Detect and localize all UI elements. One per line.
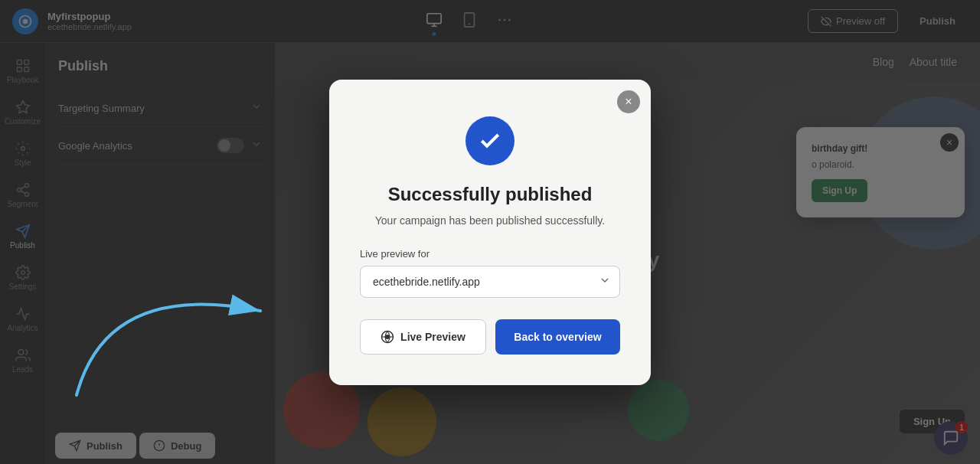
modal-close-button[interactable]: × bbox=[617, 90, 640, 113]
success-icon bbox=[466, 116, 514, 165]
modal-overlay: × Successfully published Your campaign h… bbox=[0, 0, 980, 464]
modal-select-wrap: ecethebride.netlify.app bbox=[360, 266, 620, 298]
modal-url-select[interactable]: ecethebride.netlify.app bbox=[360, 266, 620, 298]
success-modal: × Successfully published Your campaign h… bbox=[329, 80, 651, 385]
modal-actions: Live Preview Back to overview bbox=[360, 319, 620, 355]
modal-live-preview-label: Live preview for bbox=[360, 248, 430, 260]
modal-title: Successfully published bbox=[388, 184, 593, 205]
back-to-overview-button[interactable]: Back to overview bbox=[495, 319, 620, 355]
modal-subtitle: Your campaign has been published success… bbox=[375, 214, 605, 227]
live-preview-button[interactable]: Live Preview bbox=[360, 319, 486, 355]
